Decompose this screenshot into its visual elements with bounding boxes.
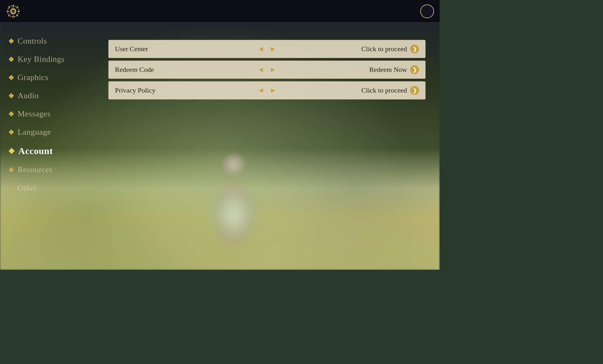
menu-row-user-center[interactable]: User Center◄ ►Click to proceed❯ [108,40,426,58]
center-arrow-icon: ◄ ► [258,45,276,53]
menu-row-action-text: Click to proceed [361,45,407,53]
circle-arrow-icon: ❯ [410,86,419,95]
diamond-icon [9,111,14,117]
menu-row-privacy-policy[interactable]: Privacy Policy◄ ►Click to proceed❯ [108,81,426,99]
sidebar-item-label: Controls [18,36,47,46]
sidebar-item-language[interactable]: Language [0,123,94,141]
menu-row-label: Redeem Code [115,66,369,74]
sidebar: ControlsKey BindingsGraphicsAudioMessage… [0,23,94,270]
sidebar-item-label: Key Bindings [18,55,65,64]
center-arrow-icon: ◄ ► [258,86,276,94]
circle-arrow-icon: ❯ [410,65,419,74]
menu-row-action: Click to proceed❯ [361,86,419,95]
menu-row-label: User Center [115,45,361,53]
circle-arrow-icon: ❯ [410,45,419,53]
menu-row-label: Privacy Policy [115,86,361,94]
sidebar-item-resources[interactable]: Resources [0,161,94,179]
diamond-icon [8,148,15,154]
sidebar-item-label: Other [18,183,37,193]
sidebar-item-label: Account [18,146,53,156]
sidebar-item-key-bindings[interactable]: Key Bindings [0,50,94,68]
gear-icon [6,4,20,18]
sidebar-item-label: Messages [18,109,51,119]
menu-row-action: Redeem Now❯ [369,65,419,74]
sidebar-item-label: Graphics [18,73,48,82]
menu-row-redeem-code[interactable]: Redeem Code◄ ►Redeem Now❯ [108,61,426,79]
diamond-icon [9,167,14,173]
diamond-icon [9,75,14,80]
main-content: User Center◄ ►Click to proceed❯Redeem Co… [94,23,440,270]
menu-row-action-text: Click to proceed [361,86,407,94]
center-arrow-icon: ◄ ► [258,66,276,74]
menu-row-action: Click to proceed❯ [361,45,419,53]
menu-row-action-text: Redeem Now [369,66,407,74]
sidebar-item-controls[interactable]: Controls [0,32,94,50]
diamond-icon [9,57,14,62]
close-button[interactable] [420,4,434,18]
diamond-icon [9,93,14,99]
sidebar-item-label: Audio [18,91,39,100]
sidebar-item-messages[interactable]: Messages [0,105,94,123]
diamond-icon [9,39,14,44]
sidebar-item-label: Resources [18,165,52,174]
diamond-icon [9,185,14,191]
sidebar-item-other[interactable]: Other [0,179,94,197]
sidebar-item-account[interactable]: Account [0,141,94,161]
sidebar-item-audio[interactable]: Audio [0,87,94,105]
sidebar-item-graphics[interactable]: Graphics [0,68,94,87]
header-bar [0,0,440,23]
sidebar-item-label: Language [18,127,51,137]
diamond-icon [9,130,14,135]
